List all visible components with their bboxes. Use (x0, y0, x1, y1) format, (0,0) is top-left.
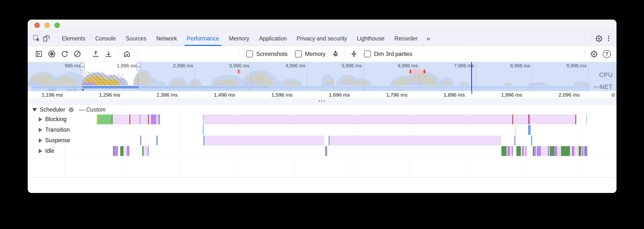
flame-bar[interactable] (148, 146, 149, 156)
flame-bar[interactable] (141, 136, 142, 145)
flame-bar[interactable] (587, 146, 587, 156)
selection-handle-left[interactable] (80, 62, 85, 71)
selection-handle-right[interactable] (136, 62, 141, 71)
tab-recorder[interactable]: Recorder (390, 31, 422, 46)
record-icon[interactable] (47, 49, 57, 59)
panel-resize-handle[interactable]: ••• (28, 99, 616, 105)
flame-bar[interactable] (561, 146, 570, 156)
tab-memory[interactable]: Memory (224, 31, 254, 46)
flame-bar[interactable] (98, 114, 112, 124)
toggle-sidebar-icon[interactable] (34, 49, 44, 59)
flame-bar[interactable] (144, 146, 148, 156)
tab-network[interactable]: Network (152, 31, 182, 46)
close-button[interactable] (34, 22, 40, 28)
flame-chart-tracks[interactable]: Scheduler— CustomBlockingTransitionSuspe… (28, 105, 616, 177)
compress-icon[interactable] (349, 49, 359, 59)
clear-icon[interactable] (72, 49, 82, 59)
device-toolbar-icon[interactable] (42, 34, 51, 43)
expand-arrow-icon[interactable] (39, 138, 42, 143)
tab-performance[interactable]: Performance (182, 31, 224, 46)
capture-settings-gear-icon[interactable] (589, 49, 599, 59)
collapse-arrow-icon[interactable] (32, 108, 37, 112)
flame-bar[interactable] (531, 136, 532, 145)
expand-arrow-icon[interactable] (39, 149, 42, 153)
flame-bar[interactable] (550, 146, 554, 156)
expand-arrow-icon[interactable] (39, 117, 42, 122)
flame-bar[interactable] (574, 146, 579, 156)
minimize-button[interactable] (44, 22, 50, 28)
flame-bar[interactable] (524, 146, 526, 156)
flame-bar[interactable] (586, 114, 587, 124)
track-row-transition[interactable]: Transition (39, 127, 70, 133)
flame-bar[interactable] (579, 146, 581, 156)
flame-bar[interactable] (118, 146, 118, 156)
flame-bar[interactable] (534, 146, 536, 156)
memory-checkbox[interactable]: Memory (295, 50, 326, 57)
flame-bar[interactable] (516, 146, 521, 156)
screenshots-checkbox[interactable]: Screenshots (246, 50, 288, 57)
dim-3rd-parties-checkbox[interactable]: Dim 3rd parties (364, 50, 412, 57)
timeline-overview-minimap[interactable]: 996 ms1,996 ms2,996 ms3,996 ms4,996 ms5,… (28, 62, 616, 91)
tab-lighthouse[interactable]: Lighthouse (352, 31, 390, 46)
more-tabs-icon[interactable]: » (422, 34, 434, 42)
checkbox-box[interactable] (246, 50, 253, 57)
flame-bar[interactable] (157, 114, 158, 124)
flame-bar[interactable] (528, 125, 530, 135)
home-icon[interactable] (122, 49, 132, 59)
help-icon[interactable]: ? (602, 49, 612, 59)
flame-bar[interactable] (204, 136, 324, 145)
track-group-header-scheduler[interactable]: Scheduler— Custom (32, 106, 106, 113)
flame-bar[interactable] (515, 125, 516, 135)
flame-bar[interactable] (127, 146, 129, 156)
flame-bar[interactable] (548, 146, 549, 156)
flame-bar[interactable] (203, 125, 204, 135)
tab-console[interactable]: Console (90, 31, 121, 46)
playhead-line[interactable] (471, 62, 472, 91)
more-options-kebab-icon[interactable] (604, 34, 614, 43)
download-icon[interactable] (104, 49, 114, 59)
flame-bar[interactable] (124, 146, 127, 156)
expand-arrow-icon[interactable] (39, 128, 42, 132)
flame-bar[interactable] (575, 114, 576, 124)
flame-bar[interactable] (114, 146, 118, 156)
settings-gear-icon[interactable] (594, 34, 604, 43)
flame-bar[interactable] (120, 146, 124, 156)
flame-bar[interactable] (538, 146, 541, 156)
flame-bar[interactable] (129, 114, 130, 124)
flame-bar[interactable] (151, 114, 156, 124)
flame-bar[interactable] (140, 114, 140, 124)
flame-bar[interactable] (156, 136, 158, 145)
checkbox-box[interactable] (364, 50, 371, 57)
track-row-blocking[interactable]: Blocking (39, 116, 66, 123)
flame-bar[interactable] (512, 114, 513, 124)
track-row-suspense[interactable]: Suspense (39, 137, 70, 144)
long-task-marker[interactable] (237, 70, 242, 73)
flame-bar[interactable] (158, 114, 160, 124)
flame-bar[interactable] (113, 114, 148, 124)
reload-icon[interactable] (60, 49, 70, 59)
flame-bar[interactable] (522, 146, 524, 156)
flame-bar[interactable] (554, 146, 557, 156)
flame-bar[interactable] (514, 136, 516, 145)
flame-bar[interactable] (326, 146, 327, 156)
collect-garbage-icon[interactable] (330, 49, 340, 59)
flame-bar[interactable] (526, 146, 526, 156)
zoom-button[interactable] (54, 22, 60, 28)
window-titlebar[interactable] (28, 20, 616, 31)
track-row-idle[interactable]: Idle (39, 148, 54, 154)
flame-bar[interactable] (508, 146, 510, 156)
long-task-marker[interactable] (407, 70, 426, 73)
flame-bar[interactable] (512, 146, 513, 156)
flame-bar[interactable] (529, 114, 530, 124)
flame-bar[interactable] (149, 114, 151, 124)
flame-bar[interactable] (502, 146, 506, 156)
flame-bar[interactable] (570, 146, 572, 156)
tab-privacy-and-security[interactable]: Privacy and security (292, 31, 352, 46)
tab-elements[interactable]: Elements (57, 31, 90, 46)
flame-bar[interactable] (204, 114, 576, 124)
flame-bar[interactable] (541, 146, 548, 156)
inspect-icon[interactable] (32, 34, 42, 43)
flame-bar[interactable] (330, 136, 502, 145)
tab-application[interactable]: Application (254, 31, 292, 46)
scrollbar-thumb[interactable] (611, 93, 615, 97)
